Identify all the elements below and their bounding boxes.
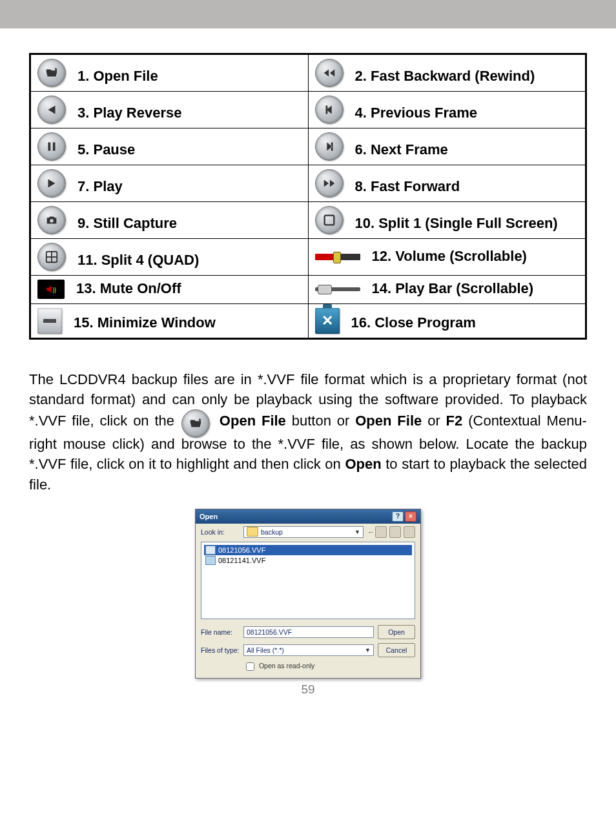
- filetype-dropdown[interactable]: All Files (*.*) ▼: [243, 644, 374, 656]
- play-label: 7. Play: [77, 178, 123, 198]
- page-header-bar: [0, 0, 616, 28]
- mute-icon: )): [37, 280, 65, 299]
- view-menu-icon[interactable]: [404, 526, 415, 538]
- minimize-label: 15. Minimize Window: [74, 314, 216, 334]
- file-name-1: 08121141.VVF: [218, 557, 265, 564]
- inline-open-file-icon: [181, 409, 210, 438]
- next-frame-icon: [315, 132, 344, 161]
- up-one-level-icon[interactable]: [375, 526, 387, 538]
- next-frame-label: 6. Next Frame: [355, 141, 448, 161]
- playback-icons-table: 1. Open File 2. Fast Backward (Rewind): [29, 53, 587, 340]
- look-in-value: backup: [261, 528, 283, 536]
- body-paragraph: The LCDDVR4 backup files are in *.VVF fi…: [29, 369, 587, 495]
- split4-label: 11. Split 4 (QUAD): [77, 251, 199, 271]
- filename-value: 08121056.VVF: [247, 628, 292, 636]
- body-bold-open-file-2: Open File: [355, 413, 422, 429]
- split4-icon: [37, 243, 66, 271]
- split1-label: 10. Split 1 (Single Full Screen): [355, 214, 558, 234]
- play-reverse-icon: [37, 96, 66, 124]
- new-folder-icon[interactable]: [389, 526, 401, 538]
- page-number: 59: [29, 682, 587, 697]
- minimize-icon: [37, 308, 62, 334]
- fast-backward-icon: [315, 59, 344, 87]
- fast-forward-label: 8. Fast Forward: [355, 178, 460, 198]
- play-icon: [37, 169, 66, 198]
- file-list[interactable]: 08121056.VVF 08121141.VVF: [201, 542, 415, 619]
- body-bold-open-file-1: Open File: [220, 413, 286, 429]
- close-program-icon: ✕: [315, 308, 340, 334]
- body-text-3: or: [427, 413, 446, 429]
- volume-slider-icon: [315, 254, 360, 260]
- dialog-titlebar: Open ? ×: [196, 509, 420, 524]
- pause-icon: [37, 132, 66, 161]
- dialog-title-text: Open: [200, 513, 218, 520]
- split1-icon: [315, 206, 344, 234]
- back-arrow-icon[interactable]: ←: [367, 528, 371, 536]
- still-capture-label: 9. Still Capture: [77, 214, 177, 234]
- open-dialog: Open ? × Look in: backup ▼ ←: [195, 509, 421, 679]
- read-only-checkbox[interactable]: [246, 662, 254, 671]
- playbar-icon: [315, 287, 360, 291]
- mute-label: 13. Mute On/Off: [76, 280, 181, 300]
- file-item-selected[interactable]: 08121056.VVF: [204, 545, 412, 555]
- look-in-dropdown[interactable]: backup ▼: [243, 526, 364, 538]
- filename-input[interactable]: 08121056.VVF: [243, 626, 374, 638]
- cancel-button[interactable]: Cancel: [378, 643, 415, 657]
- close-program-label: 16. Close Program: [351, 314, 476, 334]
- look-in-label: Look in:: [201, 528, 240, 536]
- fast-forward-icon: [315, 169, 344, 198]
- open-file-label: 1. Open File: [77, 67, 158, 87]
- folder-icon: [247, 527, 258, 537]
- read-only-label: Open as read-only: [259, 662, 314, 670]
- playbar-label: 14. Play Bar (Scrollable): [372, 280, 534, 300]
- file-item[interactable]: 08121141.VVF: [204, 555, 412, 566]
- filename-label: File name:: [201, 628, 240, 636]
- open-file-icon: [37, 59, 66, 87]
- file-name-0: 08121056.VVF: [218, 546, 265, 554]
- filetype-value: All Files (*.*): [247, 646, 284, 654]
- volume-label: 12. Volume (Scrollable): [372, 247, 527, 267]
- open-button[interactable]: Open: [378, 625, 415, 639]
- file-icon: [205, 546, 216, 555]
- page-content: 1. Open File 2. Fast Backward (Rewind): [0, 28, 616, 710]
- body-bold-f2: F2: [446, 413, 463, 429]
- pause-label: 5. Pause: [77, 141, 135, 161]
- dialog-help-button[interactable]: ?: [392, 511, 404, 522]
- body-bold-open: Open: [345, 456, 381, 472]
- filetype-label: Files of type:: [201, 646, 240, 654]
- still-capture-icon: [37, 206, 66, 234]
- dialog-close-button[interactable]: ×: [405, 511, 416, 522]
- read-only-checkbox-row[interactable]: Open as read-only: [243, 661, 415, 673]
- body-text-2: button or: [292, 413, 356, 429]
- svg-rect-0: [324, 216, 334, 225]
- file-icon: [205, 556, 216, 565]
- svg-text:)): )): [53, 287, 57, 293]
- fast-backward-label: 2. Fast Backward (Rewind): [355, 67, 535, 87]
- play-reverse-label: 3. Play Reverse: [77, 104, 181, 124]
- previous-frame-icon: [315, 96, 344, 124]
- previous-frame-label: 4. Previous Frame: [355, 104, 478, 124]
